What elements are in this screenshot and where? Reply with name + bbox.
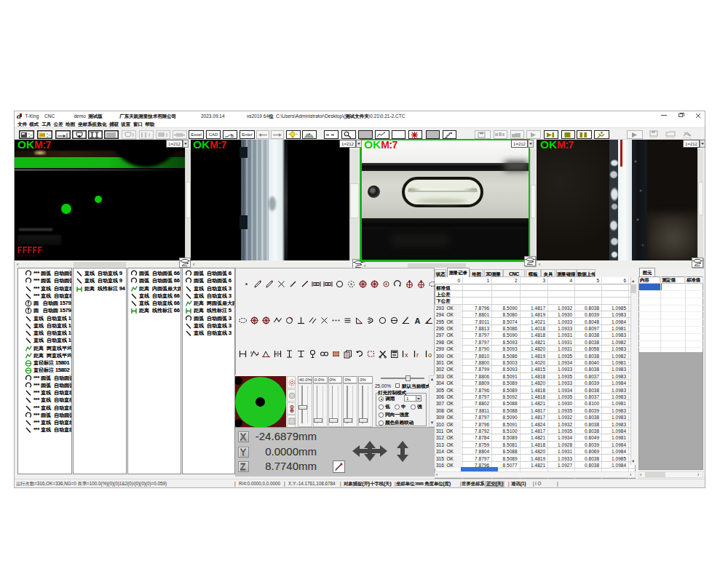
svg-text:Z: Z <box>240 462 245 471</box>
svg-text:B: B <box>231 134 234 138</box>
svg-text:r: r <box>416 351 419 359</box>
svg-text:o: o <box>428 351 432 359</box>
svg-text:X: X <box>240 432 246 442</box>
svg-text:x: x <box>405 351 408 359</box>
svg-text:A: A <box>415 316 421 325</box>
svg-text:Y: Y <box>240 447 246 457</box>
